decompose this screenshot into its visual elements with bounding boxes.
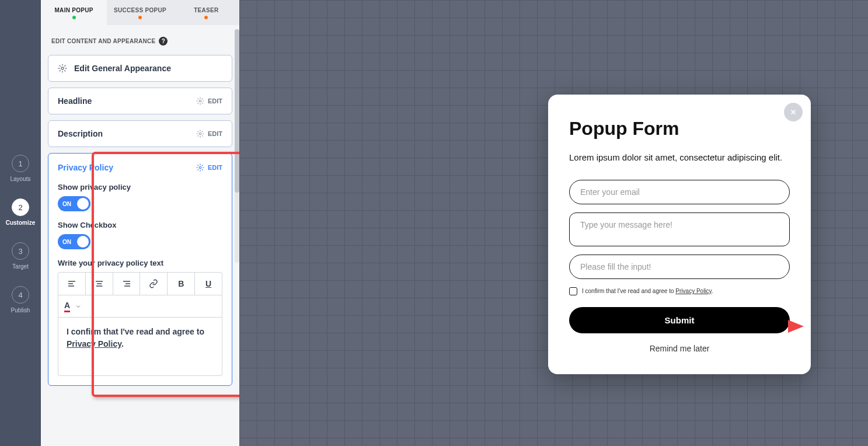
help-icon[interactable]: ? [159,37,168,46]
editor-text-suffix: . [121,339,124,349]
toggle-show-checkbox[interactable]: ON [58,234,90,249]
gear-icon [58,64,67,73]
svg-point-0 [61,67,64,69]
popup-preview: Popup Form Lorem ipsum dolor sit amet, c… [548,95,811,374]
privacy-text-editor[interactable]: I confirm that I've read and agree to Pr… [58,318,222,376]
align-center-button[interactable] [86,273,113,295]
privacy-checkbox-row: I confirm that I've read and agree to Pr… [569,287,790,295]
gear-icon [196,97,204,105]
tab-label: SUCCESS POPUP [114,7,166,13]
toggle-state: ON [62,239,71,245]
preview-canvas[interactable]: Popup Form Lorem ipsum dolor sit amet, c… [239,0,868,446]
edit-button[interactable]: EDIT [196,163,222,172]
editor-toolbar: B U [58,272,222,295]
tab-label: TEASER [194,7,218,13]
edit-label: EDIT [208,164,222,171]
tab-teaser[interactable]: TEASER [173,0,239,25]
nav-step-target[interactable]: 3 Target [12,242,29,270]
tab-main-popup[interactable]: MAIN POPUP [41,0,107,25]
status-dot-icon [204,16,208,19]
nav-step-number: 3 [12,242,29,260]
close-icon [789,108,797,116]
align-left-button[interactable] [58,273,86,295]
remind-later-link[interactable]: Remind me later [569,344,790,353]
write-text-label: Write your privacy policy text [58,259,222,267]
text-color-icon: A [64,301,70,312]
svg-point-1 [199,100,201,102]
checkbox-text-suffix: . [712,288,713,294]
bold-button[interactable]: B [168,273,195,295]
editor-toolbar-row2: A [58,295,222,318]
nav-step-number: 2 [12,198,29,216]
panel-heading: EDIT CONTENT AND APPEARANCE ? [48,37,232,46]
panel-body: EDIT CONTENT AND APPEARANCE ? Edit Gener… [41,25,239,446]
svg-point-2 [199,133,201,135]
popup-tabs: MAIN POPUP SUCCESS POPUP TEASER [41,0,239,25]
nav-step-number: 1 [12,155,29,172]
submit-button[interactable]: Submit [569,307,790,333]
card-title: Edit General Appearance [74,64,171,73]
status-dot-icon [138,16,142,19]
card-title: Privacy Policy [58,163,113,172]
extra-input[interactable]: Please fill the input! [569,255,790,279]
chevron-down-icon [75,303,82,310]
edit-label: EDIT [208,97,222,104]
privacy-link[interactable]: Privacy Policy [675,288,712,294]
popup-title: Popup Form [569,118,790,140]
nav-step-label: Layouts [10,176,30,182]
tab-label: MAIN POPUP [54,7,93,13]
editor-link: Privacy Policy [67,339,121,349]
scrollbar-thumb[interactable] [235,29,239,193]
svg-point-3 [199,166,201,169]
card-description[interactable]: Description EDIT [48,120,232,147]
card-title: Description [58,129,103,138]
wizard-nav: 1 Layouts 2 Customize 3 Target 4 Publish [0,0,41,446]
nav-step-label: Customize [6,219,36,226]
nav-step-number: 4 [12,286,29,304]
tab-success-popup[interactable]: SUCCESS POPUP [107,0,173,25]
status-dot-icon [72,16,76,19]
card-privacy-policy: Privacy Policy EDIT Show privacy policy … [48,153,232,386]
checkbox-text-prefix: I confirm that I've read and agree to [582,288,675,294]
nav-step-publish[interactable]: 4 Publish [11,286,30,313]
align-center-icon [95,279,104,288]
link-icon [149,279,158,288]
card-headline[interactable]: Headline EDIT [48,88,232,114]
edit-label: EDIT [208,130,222,137]
popup-description: Lorem ipsum dolor sit amet, consectetur … [569,151,790,165]
link-button[interactable] [140,273,168,295]
close-button[interactable] [784,103,803,121]
privacy-checkbox-text: I confirm that I've read and agree to Pr… [582,288,713,294]
privacy-checkbox[interactable] [569,287,577,295]
nav-step-layouts[interactable]: 1 Layouts [10,155,30,182]
card-title: Headline [58,96,92,106]
gear-icon [196,163,204,172]
editor-panel: MAIN POPUP SUCCESS POPUP TEASER EDIT CON… [41,0,239,446]
text-color-picker[interactable]: A [64,301,82,312]
editor-text-prefix: I confirm that I've read and agree to [67,327,204,336]
nav-step-customize[interactable]: 2 Customize [6,198,36,226]
align-right-button[interactable] [113,273,141,295]
show-privacy-label: Show privacy policy [58,183,222,191]
underline-button[interactable]: U [195,273,222,295]
show-checkbox-label: Show Checkbox [58,221,222,229]
scrollbar[interactable] [235,29,239,263]
toggle-knob [77,198,89,210]
align-right-icon [122,279,131,288]
email-input[interactable]: Enter your email [569,180,790,204]
gear-icon [196,130,204,138]
toggle-state: ON [62,201,71,207]
nav-step-label: Target [12,263,29,270]
align-left-icon [67,279,76,288]
nav-step-label: Publish [11,307,30,313]
panel-heading-text: EDIT CONTENT AND APPEARANCE [51,38,155,44]
message-textarea[interactable]: Type your message here! [569,212,790,246]
toggle-show-privacy[interactable]: ON [58,196,90,211]
card-general-appearance[interactable]: Edit General Appearance [48,55,232,82]
toggle-knob [77,236,89,248]
